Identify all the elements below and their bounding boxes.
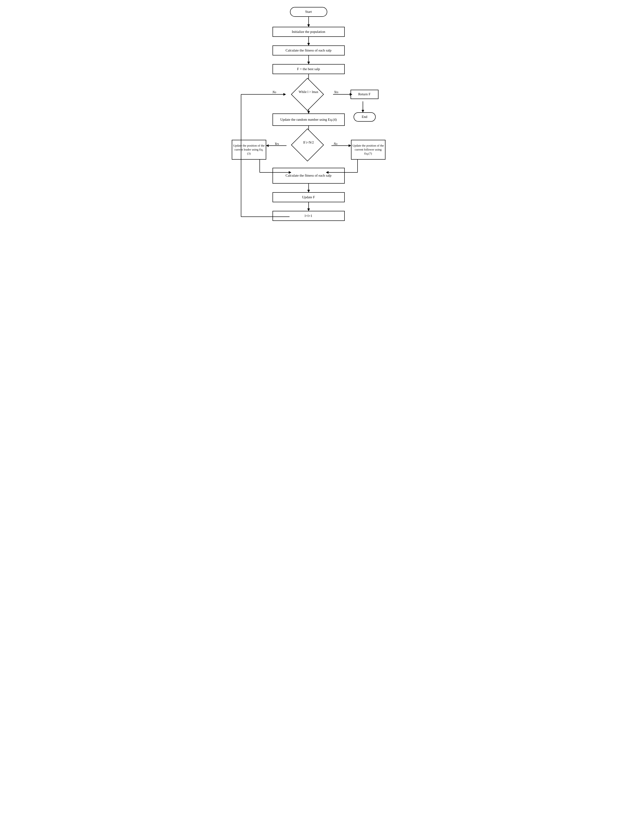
svg-marker-33 xyxy=(362,110,364,112)
update-follower-node: Update the position of the current follo… xyxy=(351,140,385,160)
svg-marker-15 xyxy=(266,145,269,147)
increment-node: l=l+1 xyxy=(273,211,345,221)
calc-fitness-2-node: Calculate the fitness of each salp xyxy=(273,168,345,183)
svg-marker-25 xyxy=(307,190,310,192)
update-random-node: Update the random number using Eq.(4) xyxy=(273,114,345,126)
calc-fitness-1-node: Calculate the fitness of each salp xyxy=(273,46,345,55)
while-yes-label: Yes xyxy=(334,90,338,94)
start-node: Start xyxy=(290,7,327,17)
svg-marker-1 xyxy=(307,24,310,27)
if-yes-label: Yes xyxy=(275,142,279,146)
if-diamond-container: If i<N/2 xyxy=(284,136,333,154)
svg-marker-27 xyxy=(307,209,310,211)
if-diamond xyxy=(291,129,324,161)
svg-marker-11 xyxy=(307,111,310,114)
svg-marker-5 xyxy=(307,62,310,64)
svg-marker-17 xyxy=(349,145,351,147)
while-diamond xyxy=(291,78,324,111)
end-node: End xyxy=(354,112,376,122)
svg-marker-3 xyxy=(307,43,310,46)
if-label: If i<N/2 xyxy=(297,140,320,145)
return-f-node: Return F xyxy=(351,90,378,99)
update-f-node: Update F xyxy=(273,192,345,202)
best-salp-node: F = the best salp xyxy=(273,64,345,74)
flowchart: Start Initialize the population Calculat… xyxy=(227,4,390,238)
while-no-label: No xyxy=(273,90,276,94)
while-diamond-container: While l > lmax xyxy=(284,85,333,104)
update-leader-node: Update the position of the current leade… xyxy=(232,140,266,160)
while-label: While l > lmax xyxy=(294,90,324,94)
init-node: Initialize the population xyxy=(273,27,345,37)
if-no-label: No xyxy=(334,142,338,146)
